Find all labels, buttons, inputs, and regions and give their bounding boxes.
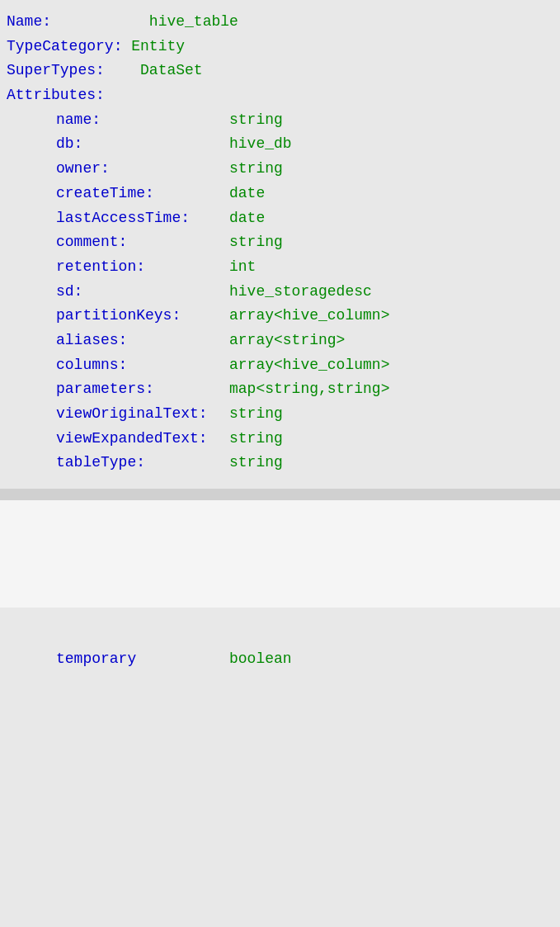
attr-columns-key: columns: xyxy=(56,353,229,378)
attr-temporary-value: boolean xyxy=(229,647,292,672)
attr-sd-key: sd: xyxy=(56,280,229,305)
attr-retention-row: retention: int xyxy=(7,255,553,280)
attr-comment-key: comment: xyxy=(56,230,229,255)
attr-partitionkeys-key: partitionKeys: xyxy=(56,304,229,329)
attr-columns-row: columns: array<hive_column> xyxy=(7,353,553,378)
empty-section xyxy=(0,500,560,608)
attr-temporary-row: temporary boolean xyxy=(7,647,553,672)
name-value: hive_table xyxy=(149,10,238,35)
attr-temporary-key: temporary xyxy=(56,647,229,672)
attr-tabletype-key: tableType: xyxy=(56,451,229,475)
attr-vieworiginaltext-value: string xyxy=(229,402,283,427)
super-types-key: SuperTypes xyxy=(7,59,96,83)
attr-vieworiginaltext-row: viewOriginalText: string xyxy=(7,402,553,427)
attr-aliases-row: aliases: array<string> xyxy=(7,329,553,353)
scroll-divider xyxy=(0,489,560,500)
attr-viewexpandedtext-key: viewExpandedText: xyxy=(56,427,229,452)
attr-comment-value: string xyxy=(229,230,283,255)
attr-owner-row: owner: string xyxy=(7,157,553,182)
attr-parameters-row: parameters: map<string,string> xyxy=(7,377,553,402)
type-category-value: Entity xyxy=(131,35,185,59)
attr-createtime-row: createTime: date xyxy=(7,182,553,206)
attr-lastaccesstime-row: lastAccessTime: date xyxy=(7,206,553,231)
attr-retention-value: int xyxy=(229,255,256,280)
attr-db-row: db: hive_db xyxy=(7,132,553,157)
attr-partitionkeys-row: partitionKeys: array<hive_column> xyxy=(7,304,553,329)
attr-columns-value: array<hive_column> xyxy=(229,353,389,378)
attr-comment-row: comment: string xyxy=(7,230,553,255)
attr-vieworiginaltext-key: viewOriginalText: xyxy=(56,402,229,427)
attr-tabletype-row: tableType: string xyxy=(7,451,553,475)
attr-sd-row: sd: hive_storagedesc xyxy=(7,280,553,305)
bottom-spacer xyxy=(7,614,553,647)
name-key: Name xyxy=(7,10,42,35)
super-types-row: SuperTypes: DataSet xyxy=(7,59,553,83)
attr-db-key: db: xyxy=(56,132,229,157)
attr-sd-value: hive_storagedesc xyxy=(229,280,372,305)
attr-name-key: name: xyxy=(56,108,229,133)
schema-definition: Name: hive_table TypeCategory: Entity Su… xyxy=(7,7,553,479)
main-content: Name: hive_table TypeCategory: Entity Su… xyxy=(0,0,560,485)
attr-aliases-value: array<string> xyxy=(229,329,345,353)
attr-createtime-key: createTime: xyxy=(56,182,229,206)
attr-viewexpandedtext-value: string xyxy=(229,427,283,452)
attr-name-value: string xyxy=(229,108,283,133)
super-types-value: DataSet xyxy=(140,59,203,83)
name-row: Name: hive_table xyxy=(7,10,553,35)
bottom-content: temporary boolean xyxy=(0,608,560,679)
attr-owner-key: owner: xyxy=(56,157,229,182)
type-category-key: TypeCategory xyxy=(7,35,114,59)
attr-owner-value: string xyxy=(229,157,283,182)
attr-createtime-value: date xyxy=(229,182,265,206)
attr-lastaccesstime-value: date xyxy=(229,206,265,231)
type-category-row: TypeCategory: Entity xyxy=(7,35,553,59)
attr-parameters-value: map<string,string> xyxy=(229,377,389,402)
attr-partitionkeys-value: array<hive_column> xyxy=(229,304,389,329)
attributes-row: Attributes: xyxy=(7,83,553,108)
attributes-key: Attributes xyxy=(7,83,96,108)
attr-tabletype-value: string xyxy=(229,451,283,475)
attr-parameters-key: parameters: xyxy=(56,377,229,402)
attr-lastaccesstime-key: lastAccessTime: xyxy=(56,206,229,231)
attr-db-value: hive_db xyxy=(229,132,292,157)
attr-aliases-key: aliases: xyxy=(56,329,229,353)
attr-retention-key: retention: xyxy=(56,255,229,280)
attr-name-row: name: string xyxy=(7,108,553,133)
attr-viewexpandedtext-row: viewExpandedText: string xyxy=(7,427,553,452)
